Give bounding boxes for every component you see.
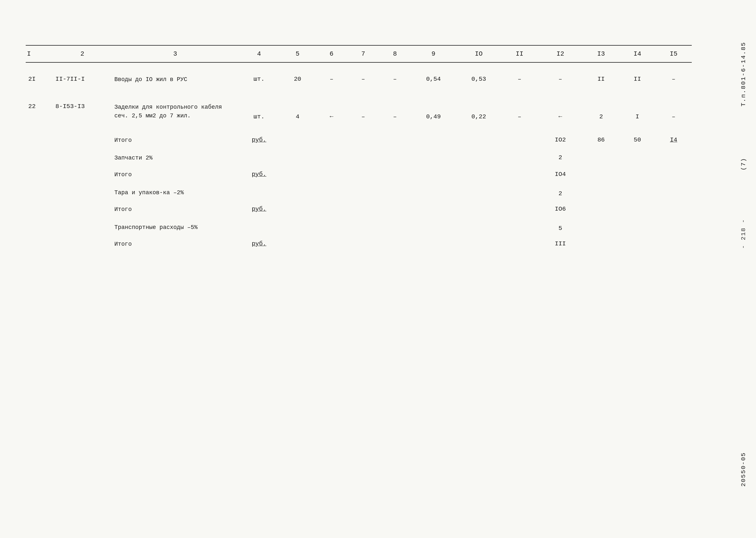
summary-row-tara: Тара и упаков-ка –2% 2	[26, 182, 692, 200]
right-annotation-top: Т.п.801-6-14.85	[740, 42, 747, 106]
row21-col9: 0,54	[411, 62, 456, 87]
summary-row-itogo4: Итого руб. III	[26, 235, 692, 251]
row22-col15: –	[655, 87, 692, 124]
itogo3-label: Итого	[112, 200, 239, 217]
row22-col11: –	[501, 87, 538, 124]
row22-col12: ←	[538, 87, 583, 124]
row21-col5: 20	[279, 62, 316, 87]
summary-row-itogo3: Итого руб. IO6	[26, 200, 692, 217]
header-col7: 7	[347, 45, 379, 62]
header-col2: 2	[53, 45, 112, 62]
header-col9: 9	[411, 45, 456, 62]
page: Т.п.801-6-14.85 (7) - 218 - 20550-05 I 2…	[0, 0, 756, 538]
header-col5: 5	[279, 45, 316, 62]
sr1-c2	[53, 124, 112, 148]
header-col12: I2	[538, 45, 583, 62]
main-table-container: I 2 3 4 5 6 7 8 9 IO II I2 I3 I4 I5	[26, 45, 692, 251]
row22-col14: I	[619, 87, 655, 124]
table-row-21: 2I II-7II-I Вводы до IO жил в РУС шт. 20…	[26, 62, 692, 87]
right-annotation-bottom: 20550-05	[740, 452, 747, 487]
row22-col2: 8-I53-I3	[53, 87, 112, 124]
transport-label: Транспортные расходы –5%	[112, 217, 239, 235]
row21-col8: –	[379, 62, 411, 87]
sr1-unit: руб.	[239, 124, 279, 148]
itogo2-c12: IO4	[538, 166, 583, 182]
right-annotation-middle: (7)	[740, 158, 747, 170]
main-table: I 2 3 4 5 6 7 8 9 IO II I2 I3 I4 I5	[26, 45, 692, 251]
row21-col2: II-7II-I	[53, 62, 112, 87]
row21-col10: 0,53	[456, 62, 501, 87]
sr1-label: Итого	[112, 124, 239, 148]
row21-col12: –	[538, 62, 583, 87]
sr1-c5	[279, 124, 316, 148]
header-col14: I4	[619, 45, 655, 62]
tara-label: Тара и упаков-ка –2%	[112, 182, 239, 200]
header-col1: I	[26, 45, 53, 62]
header-col3: 3	[112, 45, 239, 62]
row22-col1: 22	[26, 87, 53, 124]
header-col13: I3	[583, 45, 619, 62]
header-col15: I5	[655, 45, 692, 62]
row22-col3: Заделки для контрольного кабеля сеч. 2,5…	[112, 87, 239, 124]
sr1-c15: I4	[655, 124, 692, 148]
header-col4: 4	[239, 45, 279, 62]
row22-col6: ←	[315, 87, 347, 124]
header-col10: IO	[456, 45, 501, 62]
table-header-row: I 2 3 4 5 6 7 8 9 IO II I2 I3 I4 I5	[26, 45, 692, 62]
row21-col4: шт.	[239, 62, 279, 87]
row22-col4: шт.	[239, 87, 279, 124]
sr1-c12: IO2	[538, 124, 583, 148]
row21-col1: 2I	[26, 62, 53, 87]
sr1-c1	[26, 124, 53, 148]
zapchasti-c12: 2	[538, 148, 583, 165]
summary-row-itogo1: Итого руб. IO2 86 50 I4	[26, 124, 692, 148]
row21-col3: Вводы до IO жил в РУС	[112, 62, 239, 87]
itogo2-unit: руб.	[239, 166, 279, 182]
itogo4-c12: III	[538, 235, 583, 251]
itogo3-unit: руб.	[239, 200, 279, 217]
header-col6: 6	[315, 45, 347, 62]
itogo4-label: Итого	[112, 235, 239, 251]
row22-col9: 0,49	[411, 87, 456, 124]
row22-col8: –	[379, 87, 411, 124]
header-col8: 8	[379, 45, 411, 62]
row22-col7: –	[347, 87, 379, 124]
row21-col7: –	[347, 62, 379, 87]
zapchasti-label: Запчасти 2%	[112, 148, 239, 165]
itogo4-unit: руб.	[239, 235, 279, 251]
row21-col15: –	[655, 62, 692, 87]
row22-col13: 2	[583, 87, 619, 124]
sr1-c14: 50	[619, 124, 655, 148]
row21-col13: II	[583, 62, 619, 87]
sr1-c13: 86	[583, 124, 619, 148]
row21-col14: II	[619, 62, 655, 87]
header-col11: II	[501, 45, 538, 62]
right-dash-218: - 218 -	[740, 219, 747, 249]
summary-row-itogo2: Итого руб. IO4	[26, 166, 692, 182]
summary-row-transport: Транспортные расходы –5% 5	[26, 217, 692, 235]
table-row-22: 22 8-I53-I3 Заделки для контрольного каб…	[26, 87, 692, 124]
transport-c12: 5	[538, 217, 583, 235]
itogo3-c12: IO6	[538, 200, 583, 217]
row22-col5: 4	[279, 87, 316, 124]
itogo2-label: Итого	[112, 166, 239, 182]
tara-c12: 2	[538, 182, 583, 200]
row21-col11: –	[501, 62, 538, 87]
summary-row-zapchasti: Запчасти 2% 2	[26, 148, 692, 165]
row21-col6: –	[315, 62, 347, 87]
row22-col10: 0,22	[456, 87, 501, 124]
